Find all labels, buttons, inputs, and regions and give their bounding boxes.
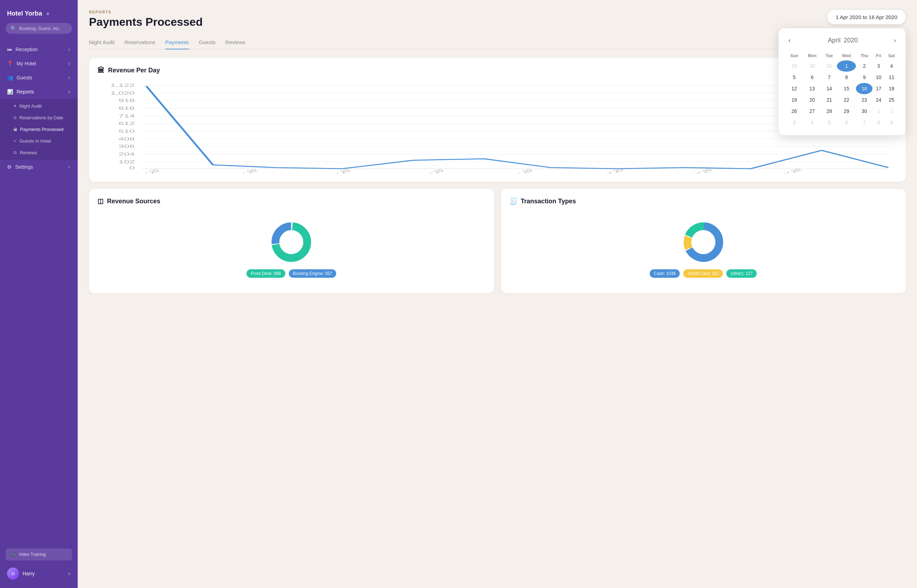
sidebar-item-reservations-by-date[interactable]: ⊙ Reservations by Date [0, 112, 78, 124]
main-content: 1 Apr 2020 to 16 Apr 2020 ‹ April 2020 ›… [78, 0, 917, 588]
calendar-day-header: Thu [856, 51, 873, 60]
calendar-day-cell[interactable]: 27 [803, 105, 822, 117]
tab-reviews[interactable]: Reviews [225, 36, 246, 49]
calendar-day-cell[interactable]: 1 [873, 105, 884, 117]
hotel-name-header[interactable]: Hotel Yorba ∨ [0, 0, 78, 23]
video-training-label: Video Training [19, 552, 46, 557]
user-chevron-icon: ∨ [68, 572, 71, 576]
calendar-day-cell[interactable]: 19 [786, 94, 803, 105]
sidebar-item-reception[interactable]: 🛏 Reception ∨ [0, 42, 78, 57]
bottom-cards-row: ◫ Revenue Sources Front Desk: 988 Bookin… [89, 189, 906, 300]
calendar-day-cell[interactable]: 29 [837, 105, 856, 117]
calendar-day-cell[interactable]: 28 [822, 105, 837, 117]
calendar-day-cell[interactable]: 1 [837, 60, 856, 72]
sidebar-item-settings[interactable]: ⚙ Settings ∨ [0, 160, 78, 174]
payments-processed-label: Payments Processed [20, 127, 63, 132]
sidebar-item-night-audit[interactable]: ✦ Night Audit [0, 100, 78, 112]
calendar-day-cell[interactable]: 17 [873, 83, 884, 94]
tab-night-audit[interactable]: Night Audit [89, 36, 115, 49]
my-hotel-label: My Hotel [16, 61, 36, 66]
calendar-day-cell[interactable]: 25 [885, 94, 899, 105]
calendar-day-cell[interactable]: 31 [822, 60, 837, 72]
calendar-day-cell[interactable]: 8 [837, 72, 856, 83]
sidebar-item-reports[interactable]: 📊 Reports ∧ [0, 85, 78, 99]
svg-text:102: 102 [119, 160, 135, 164]
svg-text:9 Apr 20: 9 Apr 20 [501, 168, 534, 173]
tab-guests[interactable]: Guests [199, 36, 216, 49]
calendar-day-cell[interactable]: 24 [873, 94, 884, 105]
calendar-day-cell[interactable]: 11 [885, 72, 899, 83]
my-hotel-chevron-icon: ∨ [68, 61, 71, 66]
video-training-button[interactable]: 📹 Video Training [6, 548, 72, 561]
calendar-day-cell[interactable]: 6 [803, 72, 822, 83]
calendar-day-cell[interactable]: 16 [856, 83, 873, 94]
calendar-dropdown: ‹ April 2020 › SunMonTueWedThuFriSat 293… [779, 28, 906, 135]
svg-text:1,122: 1,122 [110, 83, 134, 88]
calendar-day-cell[interactable]: 30 [856, 105, 873, 117]
guests-label: Guests [16, 75, 32, 81]
calendar-day-cell[interactable]: 7 [856, 117, 873, 128]
calendar-day-cell[interactable]: 21 [822, 94, 837, 105]
calendar-day-cell[interactable]: 29 [786, 60, 803, 72]
tab-reservations[interactable]: Reservations [125, 36, 156, 49]
calendar-day-cell[interactable]: 30 [803, 60, 822, 72]
reception-chevron-icon: ∨ [68, 47, 71, 52]
calendar-prev-button[interactable]: ‹ [786, 35, 793, 45]
date-range-label: 1 Apr 2020 to 16 Apr 2020 [836, 14, 897, 20]
avatar: H [7, 567, 19, 580]
user-name: Harry [23, 571, 35, 576]
breadcrumb: REPORTS [89, 10, 906, 14]
revenue-chart-title: 🏛 Revenue Per Day [97, 66, 897, 74]
transaction-types-donut: Cash: 1036 Credit Card: 182 (other): 127 [509, 212, 898, 285]
sidebar-item-guests[interactable]: 👥 Guests ∨ [0, 71, 78, 85]
calendar-day-cell[interactable]: 9 [856, 72, 873, 83]
calendar-day-cell[interactable]: 15 [837, 83, 856, 94]
svg-text:918: 918 [119, 99, 135, 103]
legend-credit-card: Credit Card: 182 [683, 269, 723, 278]
revenue-sources-donut: Front Desk: 988 Booking Engine: 357 [97, 212, 485, 285]
date-range-button[interactable]: 1 Apr 2020 to 16 Apr 2020 [827, 10, 906, 24]
night-audit-icon: ✦ [13, 104, 16, 108]
settings-icon: ⚙ [7, 164, 12, 170]
calendar-day-cell[interactable]: 23 [856, 94, 873, 105]
calendar-day-cell[interactable]: 20 [803, 94, 822, 105]
calendar-day-cell[interactable]: 3 [786, 117, 803, 128]
calendar-day-cell[interactable]: 6 [837, 117, 856, 128]
video-icon: 📹 [11, 552, 16, 557]
search-bar[interactable]: 🔍 Booking, Guest, etc. [6, 23, 72, 34]
sidebar-item-payments-processed[interactable]: 🏛 Payments Processed [0, 124, 78, 135]
reports-chevron-icon: ∧ [68, 90, 71, 94]
calendar-next-button[interactable]: › [891, 35, 899, 45]
calendar-day-cell[interactable]: 22 [837, 94, 856, 105]
svg-text:0: 0 [129, 166, 135, 170]
calendar-day-cell[interactable]: 5 [822, 117, 837, 128]
sidebar-item-guests-in-hotel[interactable]: ✓ Guests In Hotel [0, 135, 78, 147]
calendar-day-cell[interactable]: 8 [873, 117, 884, 128]
user-menu[interactable]: H Harry ∨ [6, 565, 72, 582]
sidebar: Hotel Yorba ∨ 🔍 Booking, Guest, etc. 🛏 R… [0, 0, 78, 588]
calendar-day-cell[interactable]: 5 [786, 72, 803, 83]
calendar-day-cell[interactable]: 12 [786, 83, 803, 94]
sidebar-item-reviews[interactable]: ⚖ Reviews [0, 147, 78, 158]
calendar-day-cell[interactable]: 2 [856, 60, 873, 72]
sidebar-footer: 📹 Video Training H Harry ∨ [0, 543, 78, 588]
calendar-day-cell[interactable]: 4 [803, 117, 822, 128]
svg-text:714: 714 [119, 114, 135, 118]
calendar-day-cell[interactable]: 26 [786, 105, 803, 117]
my-hotel-icon: 📍 [7, 61, 13, 66]
calendar-day-header: Tue [822, 51, 837, 60]
calendar-day-cell[interactable]: 14 [822, 83, 837, 94]
calendar-day-cell[interactable]: 2 [885, 105, 899, 117]
calendar-day-cell[interactable]: 3 [873, 60, 884, 72]
calendar-day-cell[interactable]: 7 [822, 72, 837, 83]
calendar-day-cell[interactable]: 18 [885, 83, 899, 94]
calendar-day-cell[interactable]: 10 [873, 72, 884, 83]
transaction-donut-svg [681, 219, 726, 265]
calendar-day-cell[interactable]: 13 [803, 83, 822, 94]
tab-payments[interactable]: Payments [165, 36, 189, 49]
svg-text:15 Apr 20: 15 Apr 20 [766, 168, 803, 173]
calendar-day-cell[interactable]: 9 [885, 117, 899, 128]
sidebar-item-my-hotel[interactable]: 📍 My Hotel ∨ [0, 57, 78, 71]
revenue-sources-title: ◫ Revenue Sources [97, 197, 485, 205]
calendar-day-cell[interactable]: 4 [885, 60, 899, 72]
